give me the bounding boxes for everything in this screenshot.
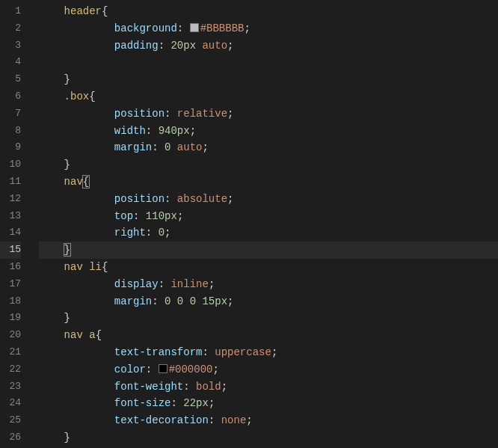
- token-val: relative: [177, 108, 227, 120]
- token-val: absolute: [177, 193, 227, 205]
- token-punct: ;: [227, 40, 233, 52]
- token-punct: ;: [227, 193, 233, 205]
- token-num: 22px: [183, 397, 209, 409]
- token-sel: nav li: [64, 261, 102, 273]
- token-colon: :: [165, 108, 177, 120]
- code-line[interactable]: position: relative;: [39, 105, 498, 123]
- token-prop: right: [114, 227, 146, 239]
- token-sel: .box: [64, 90, 90, 102]
- token-val: auto: [170, 141, 202, 153]
- token-num: 940px: [159, 125, 190, 137]
- code-line[interactable]: background: #BBBBBB;: [39, 20, 498, 37]
- token-colon: :: [146, 363, 159, 375]
- line-number: 21: [0, 344, 21, 361]
- token-punct: ;: [209, 278, 215, 290]
- code-line[interactable]: }: [39, 429, 498, 447]
- line-number: 18: [0, 293, 21, 310]
- token-prop: font-weight: [114, 381, 183, 393]
- token-punct: {: [96, 329, 102, 341]
- line-number: 9: [0, 139, 21, 156]
- token-colon: :: [159, 278, 171, 290]
- code-line[interactable]: padding: 20px auto;: [39, 37, 498, 55]
- code-line[interactable]: }: [39, 310, 498, 327]
- token-num: 20px: [170, 40, 196, 52]
- code-line[interactable]: nav li{: [39, 259, 498, 276]
- token-sel: nav a: [64, 329, 96, 341]
- line-number-gutter: 1234567891011121314151617181920212223242…: [0, 0, 31, 448]
- code-line[interactable]: font-size: 22px;: [39, 395, 498, 412]
- token-num: 0: [159, 227, 165, 239]
- code-editor[interactable]: 1234567891011121314151617181920212223242…: [0, 0, 498, 448]
- line-number: 16: [0, 259, 21, 276]
- token-punct: }: [64, 73, 70, 85]
- token-punct: ;: [165, 227, 170, 239]
- token-punct: {: [89, 90, 95, 102]
- line-number: 5: [0, 71, 21, 88]
- code-line[interactable]: right: 0;: [39, 224, 498, 242]
- line-number: 17: [0, 276, 21, 293]
- token-colon: :: [209, 414, 221, 426]
- code-line[interactable]: [39, 54, 498, 71]
- code-area[interactable]: header{ background: #BBBBBB; padding: 20…: [31, 0, 498, 448]
- token-prop: width: [114, 125, 146, 137]
- token-punct: ;: [227, 108, 233, 120]
- code-line[interactable]: text-decoration: none;: [39, 412, 498, 429]
- code-line[interactable]: }: [39, 242, 498, 259]
- line-number: 2: [0, 20, 21, 37]
- token-punct: ;: [271, 346, 277, 358]
- token-num: 110px: [146, 210, 177, 222]
- code-line[interactable]: .box{: [39, 88, 498, 105]
- line-number: 22: [0, 361, 21, 378]
- code-line[interactable]: margin: 0 0 0 15px;: [39, 293, 498, 310]
- token-sel: header: [64, 5, 102, 17]
- token-colon: :: [159, 40, 171, 52]
- token-prop: margin: [114, 141, 152, 153]
- code-line[interactable]: top: 110px;: [39, 208, 498, 225]
- token-colon: :: [146, 227, 159, 239]
- token-punct: }: [64, 432, 70, 444]
- token-prop: display: [114, 278, 159, 290]
- token-colon: :: [133, 210, 146, 222]
- token-prop: padding: [114, 40, 159, 52]
- token-num: 0 0 0 15px: [165, 295, 227, 307]
- token-colon: :: [146, 125, 159, 137]
- token-sel: nav: [64, 176, 83, 188]
- token-punct: ;: [244, 22, 250, 34]
- code-line[interactable]: }: [39, 71, 498, 88]
- token-val: uppercase: [215, 346, 271, 358]
- token-prop: text-decoration: [114, 414, 209, 426]
- line-number: 14: [0, 224, 21, 242]
- code-line[interactable]: header{: [39, 3, 498, 20]
- line-number: 11: [0, 174, 21, 191]
- line-number: 4: [0, 54, 21, 71]
- color-swatch-icon[interactable]: [159, 364, 167, 373]
- code-line[interactable]: font-weight: bold;: [39, 378, 498, 396]
- token-prop: font-size: [114, 397, 171, 409]
- token-prop: position: [114, 193, 165, 205]
- token-colon: :: [183, 381, 196, 393]
- code-line[interactable]: margin: 0 auto;: [39, 139, 498, 156]
- code-line[interactable]: color: #000000;: [39, 361, 498, 378]
- color-swatch-icon[interactable]: [190, 23, 199, 32]
- code-line[interactable]: position: absolute;: [39, 191, 498, 208]
- code-line[interactable]: nav{: [39, 174, 498, 191]
- token-prop: color: [114, 363, 146, 375]
- token-punct: ;: [202, 141, 208, 153]
- code-line[interactable]: nav a{: [39, 327, 498, 344]
- code-line[interactable]: width: 940px;: [39, 123, 498, 140]
- token-punct: ;: [190, 125, 196, 137]
- token-punct: {: [102, 261, 108, 273]
- code-line[interactable]: display: inline;: [39, 276, 498, 293]
- line-number: 6: [0, 88, 21, 105]
- code-line[interactable]: text-transform: uppercase;: [39, 344, 498, 361]
- line-number: 12: [0, 191, 21, 208]
- token-val: #BBBBBB: [200, 22, 245, 34]
- token-punct: {: [102, 5, 108, 17]
- code-line[interactable]: }: [39, 156, 498, 174]
- token-prop: top: [114, 210, 133, 222]
- token-colon: :: [152, 141, 165, 153]
- line-number: 19: [0, 310, 21, 327]
- token-punct: ;: [212, 363, 218, 375]
- token-prop: text-transform: [114, 346, 203, 358]
- brace-match: {: [83, 176, 89, 188]
